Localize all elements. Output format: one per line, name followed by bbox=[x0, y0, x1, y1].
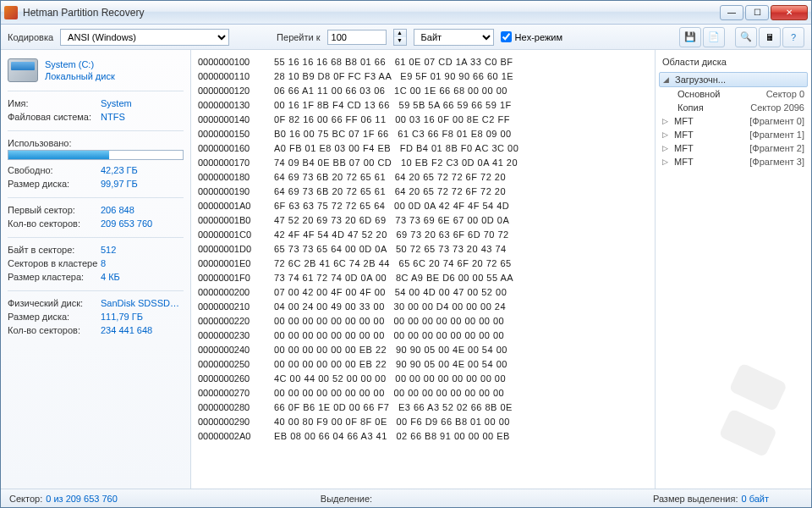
hex-row: 000000029040 00 80 F9 00 0F 8F 0E 00 F6 … bbox=[198, 415, 648, 429]
hex-row: 000000022000 00 00 00 00 00 00 00 00 00 … bbox=[198, 314, 648, 329]
help-icon[interactable]: ? bbox=[782, 27, 804, 47]
save-icon[interactable]: 💾 bbox=[679, 27, 701, 47]
hex-row: 000000025000 00 00 00 00 00 EB 22 90 90 … bbox=[198, 357, 648, 372]
phys-disk-label: Физический диск: bbox=[8, 298, 101, 308]
drive-icon bbox=[8, 58, 38, 82]
name-value: System bbox=[101, 98, 184, 108]
title-bar: Hetman Partition Recovery — ☐ ✕ bbox=[1, 1, 811, 25]
hex-row: 000000024000 00 00 00 00 00 EB 22 90 90 … bbox=[198, 343, 648, 357]
hex-mode-checkbox[interactable]: Hex-режим bbox=[501, 31, 562, 42]
free-label: Свободно: bbox=[8, 165, 101, 175]
name-label: Имя: bbox=[8, 98, 101, 108]
window-controls: — ☐ ✕ bbox=[720, 5, 808, 20]
hex-row: 00000002A0EB 08 00 66 04 66 A3 41 02 66 … bbox=[198, 429, 648, 444]
hex-row: 0000000160A0 FB 01 E8 03 00 F4 EB FD B4 … bbox=[198, 141, 648, 156]
hex-row: 00000001E072 6C 2B 41 6C 74 2B 44 65 6C … bbox=[198, 257, 648, 271]
phys-size-label: Размер диска: bbox=[8, 312, 101, 322]
phys-sectors-label: Кол-во секторов: bbox=[8, 325, 101, 335]
hex-row: 000000018064 69 73 6B 20 72 65 61 64 20 … bbox=[198, 170, 648, 185]
right-panel: Области диска ◢ Загрузочн... ОсновнойСек… bbox=[655, 50, 811, 489]
fs-value: NTFS bbox=[101, 112, 184, 122]
goto-spinner[interactable]: ▲▼ bbox=[393, 29, 407, 46]
tree-main-sector[interactable]: ОсновнойСектор 0 bbox=[674, 87, 808, 101]
hex-row: 0000000150B0 16 00 75 BC 07 1F 66 61 C3 … bbox=[198, 127, 648, 141]
phys-sectors-value: 234 441 648 bbox=[101, 325, 184, 335]
window-title: Hetman Partition Recovery bbox=[23, 7, 720, 19]
status-sector-value: 0 из 209 653 760 bbox=[46, 494, 118, 504]
encoding-label: Кодировка bbox=[8, 32, 53, 42]
close-button[interactable]: ✕ bbox=[771, 5, 808, 20]
expand-icon: ▷ bbox=[662, 157, 671, 166]
hex-row: 00000002604C 00 44 00 52 00 00 00 00 00 … bbox=[198, 372, 648, 386]
hex-row: 00000001C042 4F 4F 54 4D 47 52 20 69 73 … bbox=[198, 228, 648, 242]
sectors-cluster-label: Секторов в кластере bbox=[8, 258, 101, 268]
drive-type: Локальный диск bbox=[45, 71, 115, 81]
unit-select[interactable]: Байт bbox=[414, 29, 494, 46]
encoding-select[interactable]: ANSI (Windows) bbox=[60, 29, 229, 46]
drive-header: System (C:) Локальный диск bbox=[8, 58, 184, 82]
status-selsize-value: 0 байт bbox=[741, 494, 769, 504]
sectors-cluster-value: 8 bbox=[101, 258, 184, 268]
tree-copy-sector[interactable]: КопияСектор 2096 bbox=[674, 101, 808, 114]
hex-mode-label: Hex-режим bbox=[515, 32, 562, 42]
tree-boot-record[interactable]: ◢ Загрузочн... bbox=[659, 72, 808, 87]
collapse-icon: ◢ bbox=[663, 75, 672, 84]
fs-label: Файловая система: bbox=[8, 112, 101, 122]
svg-rect-0 bbox=[728, 362, 787, 411]
tree-mft-2[interactable]: ▷MFT[Фрагмент 2] bbox=[659, 141, 808, 155]
expand-icon: ▷ bbox=[662, 130, 671, 139]
size-value: 99,97 ГБ bbox=[101, 179, 184, 189]
sector-count-value: 209 653 760 bbox=[101, 218, 184, 229]
hex-row: 000000017074 09 B4 0E BB 07 00 CD 10 EB … bbox=[198, 156, 648, 170]
tree-mft-0[interactable]: ▷MFT[Фрагмент 0] bbox=[659, 114, 808, 128]
hex-viewer[interactable]: 000000010055 16 16 16 68 B8 01 66 61 0E … bbox=[191, 50, 655, 489]
hex-row: 000000013000 16 1F 8B F4 CD 13 66 59 5B … bbox=[198, 98, 648, 113]
hex-row: 00000001A06F 63 63 75 72 72 65 64 00 0D … bbox=[198, 199, 648, 213]
used-label: Использовано: bbox=[8, 138, 101, 148]
status-selsize-label: Размер выделения: bbox=[653, 494, 738, 504]
hex-row: 00000001F073 74 61 72 74 0D 0A 00 8C A9 … bbox=[198, 271, 648, 285]
hex-row: 00000001400F 82 16 00 66 FF 06 11 00 03 … bbox=[198, 113, 648, 127]
maximize-button[interactable]: ☐ bbox=[745, 5, 769, 20]
tree-mft-1[interactable]: ▷MFT[Фрагмент 1] bbox=[659, 128, 808, 141]
hex-row: 000000010055 16 16 16 68 B8 01 66 61 0E … bbox=[198, 55, 648, 69]
search-icon[interactable]: 🔍 bbox=[735, 27, 757, 47]
status-selection-label: Выделение: bbox=[321, 494, 372, 504]
hex-row: 00000001B047 52 20 69 73 20 6D 69 73 73 … bbox=[198, 213, 648, 228]
sector-count-label: Кол-во секторов: bbox=[8, 218, 101, 229]
minimize-button[interactable]: — bbox=[720, 5, 743, 20]
left-panel: System (C:) Локальный диск Имя:System Фа… bbox=[1, 50, 191, 489]
export-icon[interactable]: 📄 bbox=[703, 27, 725, 47]
hex-row: 000000021004 00 24 00 49 00 33 00 30 00 … bbox=[198, 300, 648, 314]
svg-rect-1 bbox=[718, 408, 777, 457]
drive-name: System (C:) bbox=[45, 59, 115, 69]
hex-row: 000000011028 10 B9 D8 0F FC F3 AA E9 5F … bbox=[198, 69, 648, 84]
app-window: Hetman Partition Recovery — ☐ ✕ Кодировк… bbox=[0, 0, 812, 508]
hex-row: 000000027000 00 00 00 00 00 00 00 00 00 … bbox=[198, 386, 648, 400]
hex-row: 000000019064 69 73 6B 20 72 65 61 64 20 … bbox=[198, 185, 648, 199]
expand-icon: ▷ bbox=[662, 117, 671, 125]
calculator-icon[interactable]: 🖩 bbox=[759, 27, 781, 47]
usage-progress bbox=[8, 150, 184, 160]
phys-disk-value: SanDisk SDSSDX120GG bbox=[101, 298, 184, 308]
disk-areas-title: Области диска bbox=[659, 57, 808, 67]
watermark-icon bbox=[701, 362, 803, 463]
expand-icon: ▷ bbox=[662, 144, 671, 152]
hex-row: 00000001D065 73 73 65 64 00 0D 0A 50 72 … bbox=[198, 242, 648, 257]
bytes-sector-value: 512 bbox=[101, 245, 184, 255]
free-value: 42,23 ГБ bbox=[101, 165, 184, 175]
tree-mft-3[interactable]: ▷MFT[Фрагмент 3] bbox=[659, 155, 808, 168]
status-bar: Сектор:0 из 209 653 760 Выделение: Разме… bbox=[1, 489, 811, 507]
goto-input[interactable] bbox=[327, 30, 387, 45]
hex-row: 000000023000 00 00 00 00 00 00 00 00 00 … bbox=[198, 329, 648, 343]
hex-row: 000000012006 66 A1 11 00 66 03 06 1C 00 … bbox=[198, 84, 648, 98]
toolbar: Кодировка ANSI (Windows) Перейти к ▲▼ Ба… bbox=[1, 25, 811, 50]
cluster-size-label: Размер кластера: bbox=[8, 272, 101, 282]
hex-mode-check[interactable] bbox=[501, 31, 512, 42]
hex-row: 000000028066 0F B6 1E 0D 00 66 F7 E3 66 … bbox=[198, 400, 648, 415]
status-sector-label: Сектор: bbox=[9, 494, 42, 504]
cluster-size-value: 4 КБ bbox=[101, 272, 184, 282]
size-label: Размер диска: bbox=[8, 179, 101, 189]
first-sector-label: Первый сектор: bbox=[8, 205, 101, 215]
first-sector-value: 206 848 bbox=[101, 205, 184, 215]
